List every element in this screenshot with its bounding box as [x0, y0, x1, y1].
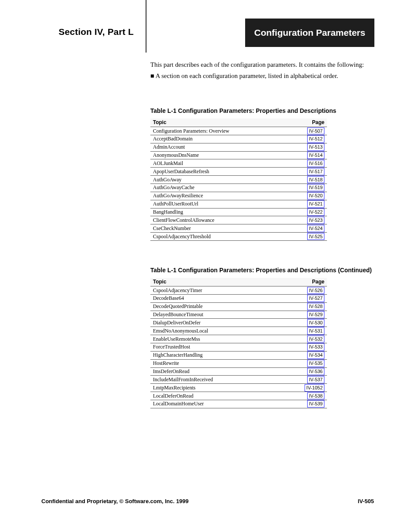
toc-topic: DecodeBase64: [150, 294, 296, 302]
toc-col-page: Page: [296, 118, 327, 127]
page-link[interactable]: IV-531: [307, 327, 324, 335]
table-row: Configuration Parameters: OverviewIV-507: [150, 127, 327, 135]
toc-topic: LocalDomainHomeUser: [150, 400, 296, 408]
table-row: AuthGoAwayResilienceIV-520: [150, 192, 327, 200]
page-link[interactable]: IV-527: [307, 295, 324, 302]
toc-page: IV-539: [296, 400, 327, 408]
section-label: Section IV, Part L: [59, 26, 134, 38]
toc-page: IV-507: [296, 127, 327, 135]
toc-topic: DialupDeliverOnDefer: [150, 319, 296, 327]
page-link[interactable]: IV-513: [307, 143, 324, 151]
page-link[interactable]: IV-519: [307, 184, 324, 191]
toc-topic: IncludeMailFromInReceived: [150, 376, 296, 384]
toc-topic: LmtpMaxRecipients: [150, 384, 296, 392]
page-link[interactable]: IV-536: [307, 368, 324, 375]
toc-page: IV-521: [296, 200, 327, 208]
page-link[interactable]: IV-539: [307, 400, 324, 408]
page-root: Section IV, Part L Configuration Paramet…: [0, 0, 411, 532]
page-link[interactable]: IV-525: [307, 233, 324, 240]
toc-table-1: Topic Page Configuration Parameters: Ove…: [150, 118, 327, 241]
page-link[interactable]: IV-537: [307, 376, 324, 383]
page-link[interactable]: IV-507: [307, 128, 324, 135]
toc-page: IV-529: [296, 311, 327, 319]
toc-page: IV-512: [296, 135, 327, 143]
toc-topic: AOLJunkMail: [150, 159, 296, 168]
table-row: ForceTrustedHostIV-533: [150, 343, 327, 351]
page-link[interactable]: IV-534: [307, 352, 324, 359]
toc-page: IV-1052: [296, 384, 327, 392]
table-row: DecodeQuotedPrintableIV-528: [150, 302, 327, 311]
table-row: ImsDeferOnReadIV-536: [150, 367, 327, 376]
page-link[interactable]: IV-1052: [305, 384, 324, 392]
toc-topic: BangHandling: [150, 208, 296, 216]
toc-topic: Configuration Parameters: Overview: [150, 127, 296, 135]
toc-topic: AuthGoAway: [150, 176, 296, 184]
page-link[interactable]: IV-520: [307, 192, 324, 199]
toc-topic: ForceTrustedHost: [150, 343, 296, 351]
page-link[interactable]: IV-535: [307, 360, 324, 367]
table-row: DialupDeliverOnDeferIV-530: [150, 319, 327, 327]
table-row: HighCharacterHandlingIV-534: [150, 351, 327, 359]
toc-page: IV-526: [296, 286, 327, 295]
toc-col-page: Page: [296, 278, 327, 286]
page-link[interactable]: IV-517: [307, 168, 324, 175]
page-link[interactable]: IV-524: [307, 225, 324, 232]
footer-right: IV-505: [358, 498, 374, 505]
page-link[interactable]: IV-516: [307, 160, 324, 167]
toc-page: IV-516: [296, 159, 327, 168]
toc-topic: CspoolAdjacencyThreshold: [150, 233, 296, 241]
table-row: ClientFlowControlAllowanceIV-523: [150, 216, 327, 224]
table-row: AuthGoAwayCacheIV-519: [150, 184, 327, 192]
toc-topic: DelayedBounceTimeout: [150, 311, 296, 319]
page-link[interactable]: IV-518: [307, 176, 324, 184]
toc-topic: AuthGoAwayCache: [150, 184, 296, 192]
page-link[interactable]: IV-538: [307, 392, 324, 400]
toc-topic: DecodeQuotedPrintable: [150, 302, 296, 311]
table-row: AdminAccountIV-513: [150, 143, 327, 151]
toc-page: IV-518: [296, 176, 327, 184]
table-row: EmsdNoAnonymousLocalIV-531: [150, 327, 327, 335]
toc-page: IV-513: [296, 143, 327, 151]
page-link[interactable]: IV-529: [307, 311, 324, 318]
toc-topic: EmsdNoAnonymousLocal: [150, 327, 296, 335]
table-row: AuthPollUserRootUrlIV-521: [150, 200, 327, 208]
page-link[interactable]: IV-528: [307, 303, 324, 310]
toc-topic: EnableUseRemoteMss: [150, 335, 296, 343]
toc-tbody-2: CspoolAdjacencyTimerIV-526DecodeBase64IV…: [150, 286, 327, 408]
intro-line-1: This part describes each of the configur…: [150, 60, 374, 69]
toc-page: IV-533: [296, 343, 327, 351]
page-link[interactable]: IV-522: [307, 208, 324, 216]
table-row: LocalDeferOnReadIV-538: [150, 392, 327, 400]
table-row: HostRewriteIV-535: [150, 359, 327, 367]
toc-topic: AuthPollUserRootUrl: [150, 200, 296, 208]
toc-page: IV-531: [296, 327, 327, 335]
page-link[interactable]: IV-532: [307, 336, 324, 343]
page-link[interactable]: IV-521: [307, 200, 324, 208]
page-link[interactable]: IV-523: [307, 217, 324, 224]
page-link[interactable]: IV-514: [307, 152, 324, 159]
toc-page: IV-517: [296, 168, 327, 176]
table-row: AcceptBadDomainIV-512: [150, 135, 327, 143]
vertical-rule: [146, 0, 146, 53]
toc-page: IV-527: [296, 294, 327, 302]
toc-block-2: Table L-1 Configuration Parameters: Prop…: [150, 258, 374, 408]
toc-page: IV-519: [296, 184, 327, 192]
page-link[interactable]: IV-512: [307, 135, 324, 143]
toc-page: IV-535: [296, 359, 327, 367]
toc-page: IV-523: [296, 216, 327, 224]
toc-page: IV-520: [296, 192, 327, 200]
table-row: AOLJunkMailIV-516: [150, 159, 327, 168]
table-row: CseCheckNumberIV-524: [150, 224, 327, 233]
table-row: DecodeBase64IV-527: [150, 294, 327, 302]
page-link[interactable]: IV-533: [307, 343, 324, 351]
toc-topic: ImsDeferOnRead: [150, 367, 296, 376]
toc-page: IV-524: [296, 224, 327, 233]
page-link[interactable]: IV-526: [307, 287, 324, 294]
toc-topic: HostRewrite: [150, 359, 296, 367]
table-row: LmtpMaxRecipientsIV-1052: [150, 384, 327, 392]
toc-page: IV-536: [296, 367, 327, 376]
page-link[interactable]: IV-530: [307, 319, 324, 327]
toc-title-2: Table L-1 Configuration Parameters: Prop…: [150, 266, 374, 274]
table-row: AnonymousDnsNameIV-514: [150, 151, 327, 159]
table-row: IncludeMailFromInReceivedIV-537: [150, 376, 327, 384]
